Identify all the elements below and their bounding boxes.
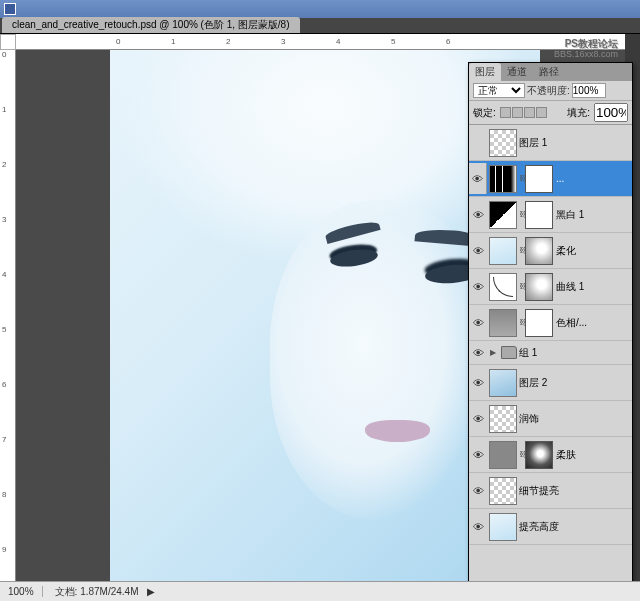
expand-arrow-icon[interactable]: ▶ <box>490 348 496 357</box>
layers-list[interactable]: 👁图层 1👁⛓...👁⛓黑白 1👁⛓柔化👁⛓曲线 1👁⛓色相/...👁▶组 1👁… <box>469 125 632 584</box>
layers-panel: 图层 通道 路径 正常 不透明度: 锁定: 填充: 👁图层 1👁⛓...👁⛓黑白… <box>468 62 633 585</box>
document-size: 文档: 1.87M/24.4M ▶ <box>43 585 168 599</box>
layer-name[interactable]: 柔肤 <box>556 448 632 462</box>
layer-name[interactable]: 图层 1 <box>519 136 632 150</box>
layer-name[interactable]: 柔化 <box>556 244 632 258</box>
visibility-toggle-icon[interactable]: 👁 <box>469 485 487 497</box>
layer-row[interactable]: 👁⛓柔肤 <box>469 437 632 473</box>
layer-thumbnail[interactable] <box>489 129 517 157</box>
app-icon <box>4 3 16 15</box>
document-tab-bar: clean_and_creative_retouch.psd @ 100% (色… <box>0 18 640 34</box>
layer-row[interactable]: 👁图层 2 <box>469 365 632 401</box>
layer-row[interactable]: 👁▶组 1 <box>469 341 632 365</box>
visibility-toggle-icon[interactable]: 👁 <box>469 245 487 257</box>
lock-all-icon[interactable] <box>536 107 547 118</box>
layer-name[interactable]: ... <box>556 173 632 184</box>
layer-row[interactable]: 👁⛓色相/... <box>469 305 632 341</box>
layer-thumbnail[interactable] <box>489 369 517 397</box>
layer-mask-thumbnail[interactable] <box>525 441 553 469</box>
layer-thumbnail[interactable] <box>489 273 517 301</box>
layer-name[interactable]: 图层 2 <box>519 376 632 390</box>
layer-thumbnail[interactable] <box>489 309 517 337</box>
lock-label: 锁定: <box>473 106 496 120</box>
image-content <box>270 200 500 520</box>
panel-tab-strip: 图层 通道 路径 <box>469 63 632 81</box>
layer-name[interactable]: 组 1 <box>519 346 632 360</box>
layer-row[interactable]: 👁润饰 <box>469 401 632 437</box>
watermark-text2: BBS.16xx8.com <box>554 49 618 59</box>
blend-mode-select[interactable]: 正常 <box>473 83 525 98</box>
layer-name[interactable]: 色相/... <box>556 316 632 330</box>
tab-paths[interactable]: 路径 <box>533 63 565 81</box>
layer-thumbnail[interactable] <box>489 201 517 229</box>
layer-name[interactable]: 曲线 1 <box>556 280 632 294</box>
visibility-toggle-icon[interactable]: 👁 <box>469 449 487 461</box>
panel-lock-row: 锁定: 填充: <box>469 101 632 125</box>
folder-icon <box>501 346 517 359</box>
window-titlebar[interactable] <box>0 0 640 18</box>
tab-layers[interactable]: 图层 <box>469 63 501 81</box>
layer-row[interactable]: 👁细节提亮 <box>469 473 632 509</box>
layer-name[interactable]: 黑白 1 <box>556 208 632 222</box>
layer-thumbnail[interactable] <box>489 165 517 193</box>
lock-transparent-icon[interactable] <box>500 107 511 118</box>
fill-input[interactable] <box>594 103 628 122</box>
lock-pixels-icon[interactable] <box>512 107 523 118</box>
layer-mask-thumbnail[interactable] <box>525 201 553 229</box>
layer-name[interactable]: 润饰 <box>519 412 632 426</box>
opacity-input[interactable] <box>572 83 606 98</box>
layer-mask-thumbnail[interactable] <box>525 273 553 301</box>
layer-mask-thumbnail[interactable] <box>525 237 553 265</box>
zoom-level[interactable]: 100% <box>0 586 43 597</box>
visibility-toggle-icon[interactable]: 👁 <box>469 281 487 293</box>
layer-thumbnail[interactable] <box>489 513 517 541</box>
fill-label: 填充: <box>567 106 590 120</box>
layer-row[interactable]: 👁⛓曲线 1 <box>469 269 632 305</box>
layer-row[interactable]: 👁⛓柔化 <box>469 233 632 269</box>
layer-mask-thumbnail[interactable] <box>525 165 553 193</box>
visibility-toggle-icon[interactable]: 👁 <box>469 163 487 194</box>
ruler-vertical[interactable]: 0 1 2 3 4 5 6 7 8 9 <box>0 50 16 581</box>
visibility-toggle-icon[interactable]: 👁 <box>469 413 487 425</box>
app-window: clean_and_creative_retouch.psd @ 100% (色… <box>0 0 640 601</box>
layer-row[interactable]: 👁⛓... <box>469 161 632 197</box>
visibility-toggle-icon[interactable]: 👁 <box>469 521 487 533</box>
layer-thumbnail[interactable] <box>489 237 517 265</box>
visibility-toggle-icon[interactable]: 👁 <box>469 209 487 221</box>
opacity-label: 不透明度: <box>527 84 570 98</box>
tab-channels[interactable]: 通道 <box>501 63 533 81</box>
visibility-toggle-icon[interactable]: 👁 <box>469 317 487 329</box>
panel-blend-row: 正常 不透明度: <box>469 81 632 101</box>
ruler-horizontal[interactable]: 0 1 2 3 4 5 6 <box>16 34 625 50</box>
layer-row[interactable]: 👁图层 1 <box>469 125 632 161</box>
visibility-toggle-icon[interactable]: 👁 <box>469 137 487 149</box>
layer-name[interactable]: 提亮高度 <box>519 520 632 534</box>
layer-thumbnail[interactable] <box>489 441 517 469</box>
visibility-toggle-icon[interactable]: 👁 <box>469 347 487 359</box>
layer-row[interactable]: 👁⛓黑白 1 <box>469 197 632 233</box>
layer-mask-thumbnail[interactable] <box>525 309 553 337</box>
status-bar: 100% 文档: 1.87M/24.4M ▶ <box>0 581 640 601</box>
layer-thumbnail[interactable] <box>489 405 517 433</box>
document-tab[interactable]: clean_and_creative_retouch.psd @ 100% (色… <box>2 17 300 33</box>
layer-row[interactable]: 👁提亮高度 <box>469 509 632 545</box>
visibility-toggle-icon[interactable]: 👁 <box>469 377 487 389</box>
ruler-origin[interactable] <box>0 34 16 50</box>
lock-position-icon[interactable] <box>524 107 535 118</box>
layer-thumbnail[interactable] <box>489 477 517 505</box>
layer-name[interactable]: 细节提亮 <box>519 484 632 498</box>
